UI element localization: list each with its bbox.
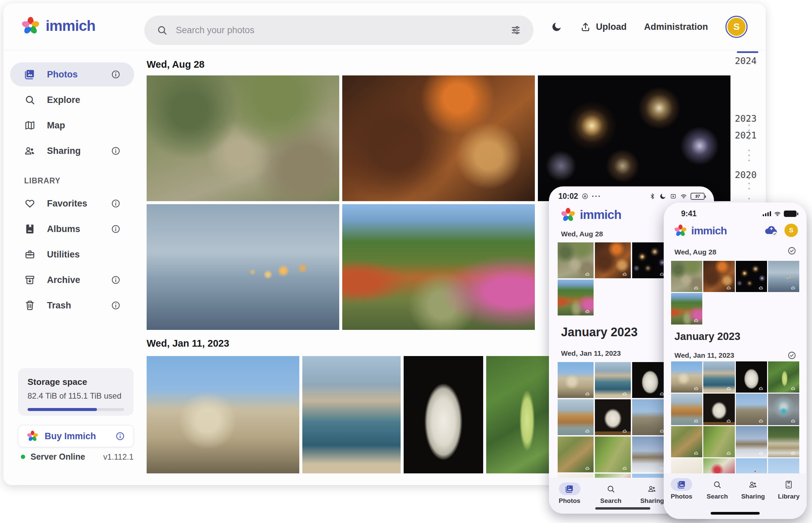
info-icon[interactable] [115, 431, 125, 441]
photo-marble-sculpture[interactable] [595, 399, 631, 435]
administration-link[interactable]: Administration [644, 22, 708, 32]
photo-fortress-walls[interactable] [146, 356, 299, 473]
search-bar[interactable] [144, 15, 534, 45]
photo-holding-hands[interactable] [768, 261, 799, 292]
photo-autumn-park[interactable] [342, 204, 535, 330]
nav-tab-search[interactable]: Search [699, 478, 736, 500]
backup-cloud-icon[interactable] [764, 222, 779, 238]
sidebar-item-label: Photos [47, 69, 78, 80]
photo-row [146, 356, 563, 473]
nav-tab-photos[interactable]: Photos [664, 478, 699, 500]
people-icon [24, 145, 36, 157]
avatar[interactable]: S [784, 223, 798, 237]
scrubber-tick [748, 149, 750, 151]
photo-silver-ornament[interactable] [768, 394, 799, 425]
storage-title: Storage space [28, 377, 124, 387]
photo-winter-church[interactable] [736, 426, 767, 457]
photo-sky-plane[interactable] [736, 458, 767, 473]
photo-sky[interactable] [768, 458, 799, 473]
photo-fireworks[interactable] [632, 242, 668, 278]
photo-dinner-table[interactable] [595, 242, 631, 278]
nav-tab-search[interactable]: Search [590, 483, 632, 505]
photo-zoo-monkeys[interactable] [671, 261, 702, 292]
nav-tab-sharing[interactable]: Sharing [735, 478, 771, 500]
photo-castle-ruins[interactable] [632, 399, 668, 435]
avatar-initial: S [733, 21, 740, 32]
photo-beach-cliff[interactable] [558, 399, 593, 435]
sidebar-item-albums[interactable]: Albums [3, 216, 138, 242]
nav-tab-library[interactable]: Library [771, 478, 807, 500]
photo-lizard-moss[interactable] [703, 426, 735, 457]
nav-tab-photos[interactable]: Photos [549, 483, 590, 505]
photo-winter-church[interactable] [632, 436, 668, 472]
cloud-icon [757, 418, 765, 424]
brand-text: immich [691, 224, 727, 237]
photo-fireworks[interactable] [736, 261, 767, 292]
sidebar-item-explore[interactable]: Explore [3, 87, 138, 113]
date-group-header: Wed, Jan 11, 2023 [674, 351, 734, 359]
sidebar-item-sharing[interactable]: Sharing [3, 138, 138, 164]
sidebar-item-photos[interactable]: Photos [3, 62, 138, 87]
photo-zoo-monkeys[interactable] [146, 75, 339, 201]
scrubber-year[interactable]: 2024 [735, 56, 757, 66]
photo-lizard-moss[interactable] [595, 436, 631, 472]
photo-autumn-park[interactable] [558, 279, 593, 315]
photo-holding-hands[interactable] [146, 204, 339, 330]
photo-marble-sculpture[interactable] [703, 394, 735, 425]
photo-coastal-town[interactable] [703, 361, 735, 393]
buy-immich-label: Buy Immich [45, 431, 109, 441]
cloud-icon [693, 285, 700, 291]
photo-marble-bust[interactable] [632, 362, 668, 398]
photo-flowers[interactable] [703, 458, 735, 473]
select-all-check-icon[interactable] [787, 246, 797, 255]
info-icon[interactable] [111, 69, 121, 79]
sidebar-item-map[interactable]: Map [3, 113, 138, 138]
photo-sea-grapes[interactable] [768, 361, 799, 393]
theme-toggle-button[interactable] [551, 21, 563, 33]
info-icon[interactable] [111, 301, 121, 310]
photo-dinner-table[interactable] [342, 75, 535, 201]
sidebar-item-utilities[interactable]: Utilities [3, 242, 138, 267]
photo-lizard-leaves[interactable] [671, 426, 702, 457]
photo-marble-bust[interactable] [404, 356, 483, 473]
photo-sky-plane[interactable] [632, 474, 668, 478]
photo-coastal-town[interactable] [595, 362, 631, 398]
photo-thumbnail[interactable] [558, 474, 593, 478]
scrubber-year[interactable]: 2021 [735, 130, 757, 141]
photo-fortress-walls[interactable] [671, 361, 702, 393]
photo-dinner-table[interactable] [703, 261, 735, 292]
scrubber-year[interactable]: 2023 [735, 113, 757, 124]
photo-lizard-leaves[interactable] [558, 436, 593, 472]
storage-progress-fill [28, 408, 97, 411]
search-icon [713, 480, 722, 489]
photo-coastal-town[interactable] [302, 356, 401, 473]
toolbox-icon [24, 249, 36, 260]
photo-fortress-walls[interactable] [558, 362, 593, 398]
scrubber-year[interactable]: 2020 [735, 170, 757, 180]
photo-fireworks[interactable] [538, 75, 730, 201]
sidebar-item-trash[interactable]: Trash [3, 293, 138, 318]
sidebar-item-favorites[interactable]: Favorites [3, 191, 138, 216]
photo-thumbnail[interactable] [671, 458, 702, 473]
sidebar-item-archive[interactable]: Archive [3, 267, 138, 293]
select-all-check-icon[interactable] [787, 351, 797, 360]
info-icon[interactable] [111, 224, 121, 234]
photo-flowers[interactable] [595, 474, 631, 478]
immich-logo[interactable]: immich [21, 16, 95, 36]
buy-immich-button[interactable]: Buy Immich [18, 425, 134, 447]
cloud-icon [693, 451, 700, 456]
info-icon[interactable] [111, 146, 121, 156]
search-input[interactable] [176, 25, 502, 36]
photo-zoo-monkeys[interactable] [558, 242, 593, 278]
photo-alpine-village[interactable] [768, 426, 799, 457]
server-status-row: Server Online v1.112.1 [21, 452, 134, 462]
search-filter-icon[interactable] [510, 24, 521, 36]
photo-autumn-park[interactable] [671, 293, 702, 324]
info-icon[interactable] [111, 198, 121, 209]
photo-marble-bust[interactable] [736, 361, 767, 393]
photo-castle-ruins[interactable] [736, 394, 767, 425]
photo-beach-cliff[interactable] [671, 394, 702, 425]
upload-button[interactable]: Upload [580, 21, 627, 33]
info-icon[interactable] [111, 275, 121, 285]
avatar[interactable]: S [725, 16, 747, 38]
